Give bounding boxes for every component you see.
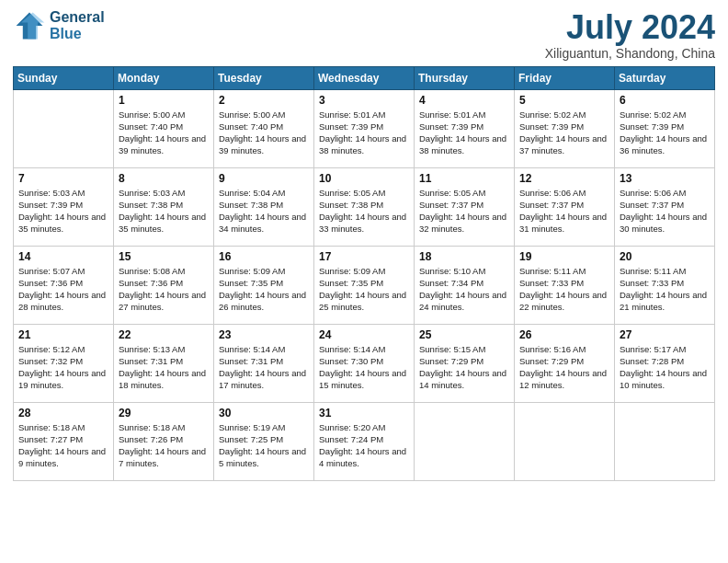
day-number: 8 — [119, 172, 209, 185]
day-info: Sunrise: 5:09 AMSunset: 7:35 PMDaylight:… — [319, 265, 409, 314]
day-cell: 6Sunrise: 5:02 AMSunset: 7:39 PMDaylight… — [615, 89, 715, 167]
day-number: 29 — [119, 407, 209, 419]
day-number: 10 — [319, 172, 409, 185]
day-info: Sunrise: 5:05 AMSunset: 7:37 PMDaylight:… — [419, 187, 509, 236]
day-cell: 17Sunrise: 5:09 AMSunset: 7:35 PMDayligh… — [314, 246, 415, 324]
day-info: Sunrise: 5:00 AMSunset: 7:40 PMDaylight:… — [219, 109, 309, 157]
day-info: Sunrise: 5:08 AMSunset: 7:36 PMDaylight:… — [119, 265, 209, 314]
calendar-table: Sunday Monday Tuesday Wednesday Thursday… — [13, 66, 715, 481]
day-number: 27 — [620, 328, 710, 341]
day-cell: 3Sunrise: 5:01 AMSunset: 7:39 PMDaylight… — [314, 89, 415, 167]
day-cell: 15Sunrise: 5:08 AMSunset: 7:36 PMDayligh… — [114, 246, 214, 324]
day-cell: 29Sunrise: 5:18 AMSunset: 7:26 PMDayligh… — [114, 402, 214, 480]
day-number: 21 — [18, 328, 108, 341]
day-info: Sunrise: 5:11 AMSunset: 7:33 PMDaylight:… — [519, 265, 609, 314]
day-info: Sunrise: 5:02 AMSunset: 7:39 PMDaylight:… — [519, 109, 609, 157]
day-number: 31 — [319, 407, 409, 419]
day-info: Sunrise: 5:06 AMSunset: 7:37 PMDaylight:… — [519, 187, 609, 236]
day-number: 19 — [519, 250, 609, 263]
week-row-5: 28Sunrise: 5:18 AMSunset: 7:27 PMDayligh… — [14, 402, 715, 480]
week-row-2: 7Sunrise: 5:03 AMSunset: 7:39 PMDaylight… — [14, 167, 715, 246]
day-cell — [515, 402, 615, 480]
day-info: Sunrise: 5:14 AMSunset: 7:30 PMDaylight:… — [319, 343, 409, 392]
day-number: 25 — [419, 328, 509, 341]
day-cell: 27Sunrise: 5:17 AMSunset: 7:28 PMDayligh… — [615, 324, 715, 402]
header-row: Sunday Monday Tuesday Wednesday Thursday… — [14, 66, 715, 89]
day-info: Sunrise: 5:02 AMSunset: 7:39 PMDaylight:… — [620, 109, 710, 157]
week-row-3: 14Sunrise: 5:07 AMSunset: 7:36 PMDayligh… — [14, 246, 715, 324]
day-info: Sunrise: 5:14 AMSunset: 7:31 PMDaylight:… — [219, 343, 309, 392]
day-info: Sunrise: 5:03 AMSunset: 7:38 PMDaylight:… — [119, 187, 209, 236]
location-subtitle: Xiliguantun, Shandong, China — [545, 46, 715, 61]
day-cell: 16Sunrise: 5:09 AMSunset: 7:35 PMDayligh… — [214, 246, 314, 324]
day-cell: 25Sunrise: 5:15 AMSunset: 7:29 PMDayligh… — [415, 324, 515, 402]
day-number: 14 — [18, 250, 108, 263]
day-cell: 19Sunrise: 5:11 AMSunset: 7:33 PMDayligh… — [515, 246, 615, 324]
day-info: Sunrise: 5:20 AMSunset: 7:24 PMDaylight:… — [319, 421, 409, 470]
day-number: 16 — [219, 250, 309, 263]
day-number: 1 — [119, 94, 209, 107]
day-cell: 28Sunrise: 5:18 AMSunset: 7:27 PMDayligh… — [14, 402, 114, 480]
day-info: Sunrise: 5:09 AMSunset: 7:35 PMDaylight:… — [219, 265, 309, 314]
day-number: 24 — [319, 328, 409, 341]
day-cell: 26Sunrise: 5:16 AMSunset: 7:29 PMDayligh… — [515, 324, 615, 402]
day-info: Sunrise: 5:18 AMSunset: 7:27 PMDaylight:… — [18, 421, 108, 470]
day-cell — [14, 89, 114, 167]
day-cell: 21Sunrise: 5:12 AMSunset: 7:32 PMDayligh… — [14, 324, 114, 402]
week-row-4: 21Sunrise: 5:12 AMSunset: 7:32 PMDayligh… — [14, 324, 715, 402]
day-info: Sunrise: 5:06 AMSunset: 7:37 PMDaylight:… — [620, 187, 710, 236]
day-cell: 23Sunrise: 5:14 AMSunset: 7:31 PMDayligh… — [214, 324, 314, 402]
day-number: 18 — [419, 250, 509, 263]
day-info: Sunrise: 5:11 AMSunset: 7:33 PMDaylight:… — [620, 265, 710, 314]
day-cell: 31Sunrise: 5:20 AMSunset: 7:24 PMDayligh… — [314, 402, 415, 480]
day-number: 6 — [620, 94, 710, 107]
day-number: 4 — [419, 94, 509, 107]
day-number: 7 — [18, 172, 108, 185]
day-info: Sunrise: 5:10 AMSunset: 7:34 PMDaylight:… — [419, 265, 509, 314]
day-info: Sunrise: 5:00 AMSunset: 7:40 PMDaylight:… — [119, 109, 209, 157]
day-number: 28 — [18, 407, 108, 419]
title-block: July 2024 Xiliguantun, Shandong, China — [545, 9, 715, 61]
day-cell: 22Sunrise: 5:13 AMSunset: 7:31 PMDayligh… — [114, 324, 214, 402]
day-cell: 1Sunrise: 5:00 AMSunset: 7:40 PMDaylight… — [114, 89, 214, 167]
day-cell: 5Sunrise: 5:02 AMSunset: 7:39 PMDaylight… — [515, 89, 615, 167]
day-number: 12 — [519, 172, 609, 185]
day-cell: 14Sunrise: 5:07 AMSunset: 7:36 PMDayligh… — [14, 246, 114, 324]
header-thursday: Thursday — [415, 66, 515, 89]
day-info: Sunrise: 5:18 AMSunset: 7:26 PMDaylight:… — [119, 421, 209, 470]
day-number: 22 — [119, 328, 209, 341]
day-cell: 13Sunrise: 5:06 AMSunset: 7:37 PMDayligh… — [615, 167, 715, 246]
day-info: Sunrise: 5:05 AMSunset: 7:38 PMDaylight:… — [319, 187, 409, 236]
page-header: General Blue July 2024 Xiliguantun, Shan… — [13, 9, 715, 61]
day-info: Sunrise: 5:01 AMSunset: 7:39 PMDaylight:… — [419, 109, 509, 157]
logo-text: General Blue — [50, 9, 105, 42]
logo-icon — [13, 9, 46, 42]
day-info: Sunrise: 5:16 AMSunset: 7:29 PMDaylight:… — [519, 343, 609, 392]
month-title: July 2024 — [545, 9, 715, 46]
day-cell: 9Sunrise: 5:04 AMSunset: 7:38 PMDaylight… — [214, 167, 314, 246]
day-cell: 10Sunrise: 5:05 AMSunset: 7:38 PMDayligh… — [314, 167, 415, 246]
day-cell — [615, 402, 715, 480]
day-cell: 11Sunrise: 5:05 AMSunset: 7:37 PMDayligh… — [415, 167, 515, 246]
day-info: Sunrise: 5:17 AMSunset: 7:28 PMDaylight:… — [620, 343, 710, 392]
header-monday: Monday — [114, 66, 214, 89]
day-cell: 20Sunrise: 5:11 AMSunset: 7:33 PMDayligh… — [615, 246, 715, 324]
day-cell: 18Sunrise: 5:10 AMSunset: 7:34 PMDayligh… — [415, 246, 515, 324]
logo: General Blue — [13, 9, 105, 42]
day-info: Sunrise: 5:01 AMSunset: 7:39 PMDaylight:… — [319, 109, 409, 157]
day-number: 2 — [219, 94, 309, 107]
day-number: 9 — [219, 172, 309, 185]
header-saturday: Saturday — [615, 66, 715, 89]
day-info: Sunrise: 5:04 AMSunset: 7:38 PMDaylight:… — [219, 187, 309, 236]
day-info: Sunrise: 5:19 AMSunset: 7:25 PMDaylight:… — [219, 421, 309, 470]
day-cell: 8Sunrise: 5:03 AMSunset: 7:38 PMDaylight… — [114, 167, 214, 246]
day-cell: 30Sunrise: 5:19 AMSunset: 7:25 PMDayligh… — [214, 402, 314, 480]
day-cell: 7Sunrise: 5:03 AMSunset: 7:39 PMDaylight… — [14, 167, 114, 246]
calendar-header: Sunday Monday Tuesday Wednesday Thursday… — [14, 66, 715, 89]
day-number: 3 — [319, 94, 409, 107]
header-wednesday: Wednesday — [314, 66, 415, 89]
header-friday: Friday — [515, 66, 615, 89]
day-number: 17 — [319, 250, 409, 263]
day-number: 5 — [519, 94, 609, 107]
day-number: 30 — [219, 407, 309, 419]
